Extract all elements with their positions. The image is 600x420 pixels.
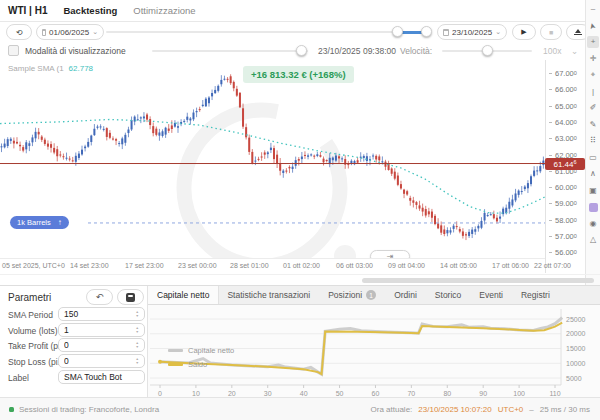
results-tab-eventi[interactable]: Eventi <box>470 286 512 304</box>
price-tick: 66.000 <box>549 85 577 94</box>
start-date-select[interactable]: 01/06/2025 ⌄ <box>36 24 104 40</box>
status-bar: Sessioni di trading: Francoforte, Londra… <box>0 397 600 420</box>
parameter-input-stop-loss-pi-[interactable]: 0▲▼ <box>58 354 145 368</box>
speed-label: Velocità: <box>400 46 432 56</box>
parameter-value: SMA Touch Bot <box>64 372 139 382</box>
range-handle-start[interactable] <box>392 26 403 37</box>
svg-text:25000: 25000 <box>566 316 586 323</box>
legend-label: Saldo <box>188 360 207 369</box>
stepper-control[interactable]: ▲▼ <box>136 310 139 318</box>
tab-ottimizzazione[interactable]: Ottimizzazione <box>133 5 195 16</box>
camera-icon[interactable]: ◉ <box>587 218 599 230</box>
stepper-control[interactable]: ▲▼ <box>136 357 139 365</box>
rectangle-tool-icon[interactable]: ▭ <box>587 152 599 164</box>
parameter-input-take-profit-pi-[interactable]: 0▲▼ <box>58 338 145 352</box>
results-tab-storico[interactable]: Storico <box>426 286 470 304</box>
symbol-timeframe-label: WTI | H1 <box>8 5 47 16</box>
svg-text:0: 0 <box>158 390 162 397</box>
time-tick: 22 ott 07:00 <box>534 262 571 269</box>
legend-label: Capitale netto <box>188 346 234 355</box>
parameter-label: Volume (lots) <box>8 326 58 336</box>
current-price-decimal: 6 <box>573 159 576 165</box>
alert-icon[interactable]: △ <box>587 234 599 246</box>
visual-mode-checkbox[interactable] <box>8 45 19 56</box>
crosshair-icon[interactable]: + <box>587 36 599 48</box>
open-position-badge[interactable]: 1k Barrels ↑ <box>10 216 69 229</box>
positions-count-badge: 1 <box>366 290 376 300</box>
angle-tool-icon[interactable]: ∧ <box>587 168 599 180</box>
parameter-input-sma-period[interactable]: 150▲▼ <box>58 307 145 321</box>
profit-badge: +16 813.32 € (+168%) <box>243 66 354 83</box>
tab-backtesting[interactable]: Backtesting <box>63 5 117 16</box>
results-tab-ordini[interactable]: Ordini <box>385 286 426 304</box>
speed-handle[interactable] <box>482 45 493 56</box>
header-bar: WTI | H1 Backtesting Ottimizzazione <box>0 0 600 22</box>
results-tab-statistiche-transazioni[interactable]: Statistiche transazioni <box>218 286 319 304</box>
svg-text:30: 30 <box>264 390 272 397</box>
time-axis[interactable]: 05 set 2025, UTC+014 set 23:0017 set 23:… <box>0 258 545 274</box>
svg-text:90: 90 <box>479 390 487 397</box>
price-tick: 59.000 <box>549 199 577 208</box>
target-icon[interactable]: ⌖ <box>587 69 599 81</box>
current-price-value: 61.44 <box>553 160 573 169</box>
play-button[interactable]: ▶ <box>512 24 536 40</box>
vertical-line-tool-icon[interactable]: | <box>587 86 599 98</box>
date-range-track[interactable] <box>106 31 428 33</box>
results-tab-posizioni[interactable]: Posizioni1 <box>319 286 385 304</box>
stepper-control[interactable]: ▲▼ <box>136 341 139 349</box>
stop-button[interactable]: ■ <box>540 24 562 40</box>
parameter-input-volume-lots-[interactable]: 1▲▼ <box>58 323 145 337</box>
cursor-icon[interactable]: ➤ <box>586 18 600 33</box>
parameter-row: Take Profit (pi...0▲▼ <box>0 338 148 353</box>
svg-text:10: 10 <box>192 390 200 397</box>
end-date-select[interactable]: 23/10/2025 ⌄ <box>437 24 507 40</box>
playback-position-handle[interactable] <box>296 45 307 56</box>
stop-icon: ■ <box>549 29 553 36</box>
pointer-cross-icon[interactable]: ✛ <box>587 53 599 65</box>
revert-parameters-button[interactable]: ↶ <box>86 289 113 305</box>
svg-text:10000: 10000 <box>566 360 586 367</box>
dot-grid-icon[interactable]: ⠿ <box>587 135 599 147</box>
restart-icon: ⟲ <box>16 28 23 37</box>
time-tick: 14 ott 05:00 <box>440 262 477 269</box>
tab-label: Posizioni <box>328 290 362 300</box>
parameter-row: Volume (lots)1▲▼ <box>0 323 148 338</box>
results-panel: Capitale nettoStatistiche transazioniPos… <box>148 286 600 397</box>
time-tick: 17 ott 06:00 <box>492 262 529 269</box>
pencil-icon[interactable]: ✎ <box>587 119 599 131</box>
results-tab-capitale-netto[interactable]: Capitale netto <box>148 286 218 304</box>
restart-backtest-button[interactable]: ⟲ <box>6 24 32 40</box>
price-tick: 64.000 <box>549 118 577 127</box>
start-date-value: 01/06/2025 <box>49 28 89 37</box>
range-handle-end[interactable] <box>421 26 432 37</box>
parameter-row: SMA Period150▲▼ <box>0 307 148 322</box>
image-tool-icon[interactable]: ▣ <box>587 185 599 197</box>
indicator-value: 62.778 <box>69 64 93 73</box>
current-price-badge: 61.446 <box>545 158 585 170</box>
revert-icon: ↶ <box>96 292 104 302</box>
playback-position-track[interactable] <box>152 50 308 52</box>
results-tab-registri[interactable]: Registri <box>512 286 559 304</box>
horizontal-scrollbar[interactable] <box>362 278 594 283</box>
parameter-input-label[interactable]: SMA Touch Bot <box>58 370 145 384</box>
tab-label: Capitale netto <box>157 290 209 300</box>
price-tick: 58.000 <box>549 216 577 225</box>
legend-item-saldo: Saldo <box>168 360 207 369</box>
price-chart[interactable] <box>0 60 545 258</box>
svg-text:70: 70 <box>407 390 415 397</box>
time-tick: 28 set 01:00 <box>230 262 269 269</box>
svg-text:40: 40 <box>300 390 308 397</box>
color-swatch[interactable] <box>587 201 599 213</box>
current-time-value: 23/10/2025 10:07:20 <box>418 405 491 414</box>
brush-icon[interactable]: ✐ <box>587 102 599 114</box>
save-parameters-button[interactable] <box>117 289 144 305</box>
calendar-icon <box>443 29 449 36</box>
current-time-label: Ora attuale: <box>371 405 413 414</box>
minimize-icon[interactable]: – <box>587 3 599 15</box>
time-tick: 14 set 23:00 <box>70 262 109 269</box>
play-icon: ▶ <box>521 28 526 36</box>
backtesting-window: WTI | H1 Backtesting Ottimizzazione ⟲ 01… <box>0 0 600 420</box>
stepper-control[interactable]: ▲▼ <box>136 326 139 334</box>
sessions-text: Sessioni di trading: Francoforte, Londra <box>19 405 159 414</box>
candlestick-canvas <box>0 60 545 258</box>
